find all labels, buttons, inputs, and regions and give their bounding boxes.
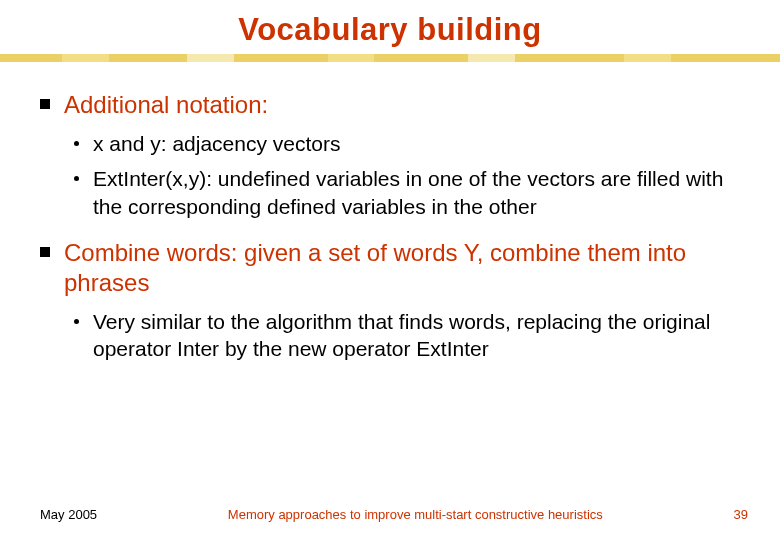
bullet-heading: Additional notation: [64,90,268,120]
bullet-level2: Very similar to the algorithm that finds… [74,308,740,363]
bullet-level1: Combine words: given a set of words Y, c… [40,238,740,298]
bullet-text: x and y: adjacency vectors [93,130,340,157]
square-bullet-icon [40,99,50,109]
dot-bullet-icon [74,141,79,146]
slide-title: Vocabulary building [0,0,780,48]
slide-footer: May 2005 Memory approaches to improve mu… [0,507,780,522]
square-bullet-icon [40,247,50,257]
bullet-level2: ExtInter(x,y): undefined variables in on… [74,165,740,220]
dot-bullet-icon [74,176,79,181]
slide-content: Additional notation: x and y: adjacency … [0,62,780,362]
bullet-text: Very similar to the algorithm that finds… [93,308,740,363]
dot-bullet-icon [74,319,79,324]
footer-title: Memory approaches to improve multi-start… [97,507,733,522]
bullet-text: ExtInter(x,y): undefined variables in on… [93,165,740,220]
footer-page-number: 39 [734,507,748,522]
bullet-level2: x and y: adjacency vectors [74,130,740,157]
bullet-heading: Combine words: given a set of words Y, c… [64,238,740,298]
title-divider [0,54,780,62]
bullet-level1: Additional notation: [40,90,740,120]
footer-date: May 2005 [40,507,97,522]
